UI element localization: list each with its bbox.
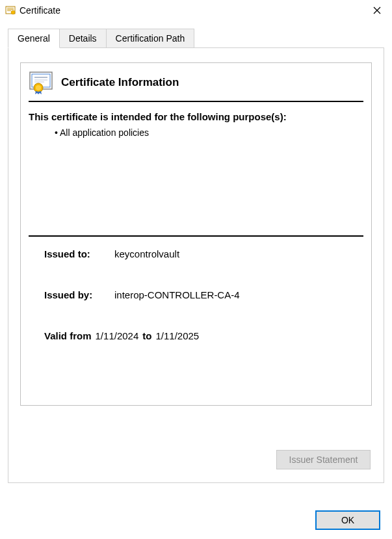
tab-certification-path[interactable]: Certification Path xyxy=(106,29,195,47)
svg-point-13 xyxy=(36,85,41,90)
tab-details[interactable]: Details xyxy=(59,29,107,47)
ok-button[interactable]: OK xyxy=(315,510,380,530)
certificate-window-icon xyxy=(5,5,16,16)
close-button[interactable] xyxy=(362,0,392,21)
valid-from-value: 1/11/2024 xyxy=(96,330,139,341)
validity-row: Valid from 1/11/2024 to 1/11/2025 xyxy=(44,330,363,341)
valid-from-label: Valid from xyxy=(44,330,92,341)
issued-by-label: Issued by: xyxy=(44,289,114,300)
tab-strip: General Details Certification Path xyxy=(8,29,384,47)
tab-panel-general: Certificate Information This certificate… xyxy=(8,47,384,483)
issuer-statement-button: Issuer Statement xyxy=(276,450,371,469)
certificate-info-box: Certificate Information This certificate… xyxy=(20,62,372,406)
content-area: General Details Certification Path xyxy=(0,21,392,483)
purpose-item: All application policies xyxy=(55,127,363,138)
svg-rect-3 xyxy=(7,10,11,11)
issued-to-label: Issued to: xyxy=(44,248,114,259)
purpose-heading: This certificate is intended for the fol… xyxy=(29,111,363,122)
valid-to-value: 1/11/2025 xyxy=(155,330,199,341)
issued-by-value: interop-CONTROLLER-CA-4 xyxy=(114,289,240,300)
title-bar: Certificate xyxy=(0,0,392,21)
tab-general[interactable]: General xyxy=(8,29,60,48)
svg-rect-1 xyxy=(7,8,14,8)
close-icon xyxy=(373,7,381,14)
window-title: Certificate xyxy=(20,5,362,16)
certificate-header: Certificate Information xyxy=(29,71,363,101)
issued-to-value: keycontrolvault xyxy=(114,248,179,259)
valid-to-label: to xyxy=(142,330,151,341)
svg-rect-2 xyxy=(7,9,14,10)
certificate-icon xyxy=(29,71,55,94)
divider-top xyxy=(29,101,363,102)
certificate-details: Issued to: keycontrolvault Issued by: in… xyxy=(29,248,363,341)
certificate-info-heading: Certificate Information xyxy=(61,76,179,89)
issued-by-row: Issued by: interop-CONTROLLER-CA-4 xyxy=(44,289,363,300)
svg-point-4 xyxy=(11,10,15,14)
divider-bottom xyxy=(29,235,363,237)
dialog-footer: OK xyxy=(315,510,380,530)
purpose-list: All application policies xyxy=(29,127,363,138)
issued-to-row: Issued to: keycontrolvault xyxy=(44,248,363,259)
